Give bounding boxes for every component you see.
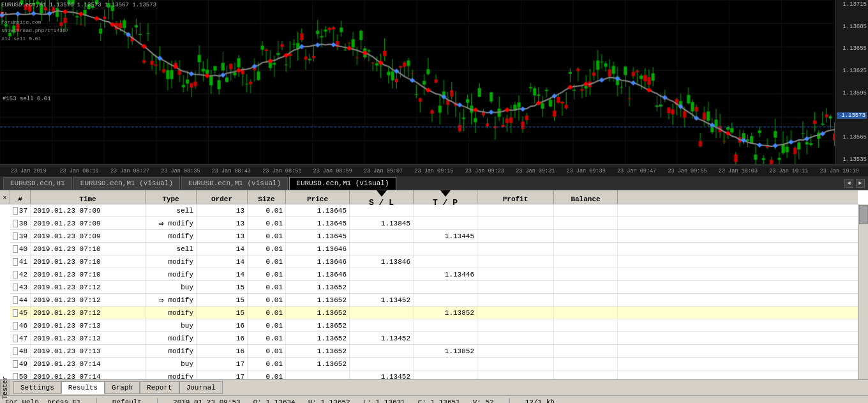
scrollbar-thumb[interactable] <box>859 205 868 224</box>
tab-0[interactable]: EURUSD.ecn,H1 <box>3 177 72 190</box>
cell-time: 2019.01.23 07:13 <box>31 332 146 344</box>
time-14: 23 Jan 10:03 <box>713 168 763 174</box>
table-row[interactable]: 48 2019.01.23 07:13 modify 16 0.01 1.136… <box>10 345 858 358</box>
help-text: For Help, press F1 <box>5 399 81 404</box>
low-text: L: 1.13631 <box>363 399 405 404</box>
cell-id: 37 <box>10 204 31 217</box>
cell-order: 17 <box>197 370 248 379</box>
table-row[interactable]: 38 2019.01.23 07:09 ⇒ modify 13 0.01 1.1… <box>10 217 858 230</box>
cell-time: 2019.01.23 07:10 <box>31 243 146 255</box>
tab-2[interactable]: EURUSD.ecn,M1 (visual) <box>181 177 288 190</box>
tab-graph[interactable]: Graph <box>105 381 140 394</box>
row-icon <box>13 232 18 240</box>
tab-report[interactable]: Report <box>140 381 179 394</box>
cell-tp <box>414 281 477 293</box>
cell-size: 0.01 <box>248 268 286 280</box>
tab-1[interactable]: EURUSD.ecn,M1 (visual) <box>73 177 180 190</box>
cell-size: 0.01 <box>248 281 286 293</box>
price-2: 1.13685 <box>837 24 867 30</box>
cell-id: 39 <box>10 230 31 242</box>
table-row[interactable]: 45 2019.01.23 07:12 modify 15 0.01 1.136… <box>10 307 858 319</box>
open-text: O: 1.13634 <box>253 399 296 404</box>
cell-price: 1.13652 <box>286 358 350 370</box>
tab-prev-button[interactable]: ◀ <box>844 179 853 188</box>
cell-id: 46 <box>10 319 31 331</box>
cell-profit <box>477 243 554 255</box>
table-scrollbar[interactable] <box>858 204 868 379</box>
table-row[interactable]: 41 2019.01.23 07:10 modify 14 0.01 1.136… <box>10 255 858 268</box>
table-row[interactable]: 46 2019.01.23 07:13 buy 16 0.01 1.13652 <box>10 319 858 332</box>
cell-sl: 1.13845 <box>350 217 414 229</box>
cell-tp <box>414 204 477 217</box>
table-body[interactable]: 37 2019.01.23 07:09 sell 13 0.01 1.13645… <box>10 204 858 379</box>
table-row[interactable]: 37 2019.01.23 07:09 sell 13 0.01 1.13645 <box>10 204 858 217</box>
time-1: 23 Jan 08:19 <box>54 168 104 174</box>
cell-id: 47 <box>10 332 31 344</box>
table-row[interactable]: 47 2019.01.23 07:13 modify 16 0.01 1.136… <box>10 332 858 345</box>
cell-profit <box>477 255 554 268</box>
cell-size: 0.01 <box>248 370 286 379</box>
cell-order: 14 <box>197 255 248 268</box>
cell-type: modify <box>146 230 197 242</box>
cell-tp <box>414 319 477 331</box>
cell-order: 16 <box>197 345 248 357</box>
table-row[interactable]: 42 2019.01.23 07:10 modify 14 0.01 1.136… <box>10 268 858 281</box>
cell-time: 2019.01.23 07:12 <box>31 281 146 293</box>
table-row[interactable]: 49 2019.01.23 07:14 buy 17 0.01 1.13652 <box>10 358 858 370</box>
cell-time: 2019.01.23 07:13 <box>31 319 146 331</box>
cell-profit <box>477 230 554 242</box>
cell-price: 1.13646 <box>286 243 350 255</box>
time-11: 23 Jan 09:39 <box>560 168 611 174</box>
cell-sl <box>350 358 414 370</box>
bars-text: 12/1 kb <box>525 399 555 404</box>
cell-price: 1.13645 <box>286 230 350 242</box>
cell-order: 14 <box>197 268 248 280</box>
price-7: 1.13535 <box>837 156 867 163</box>
cell-size: 0.01 <box>248 332 286 344</box>
table-row[interactable]: 44 2019.01.23 07:12 ⇒ modify 15 0.01 1.1… <box>10 294 858 307</box>
price-3: 1.13655 <box>837 45 867 52</box>
tp-arrow-icon <box>440 190 451 197</box>
cell-price: 1.13652 <box>286 319 350 331</box>
cell-time: 2019.01.23 07:14 <box>31 358 146 370</box>
chart-info: EURUSD.ecn,M1 1.13570 1.13573 1.13567 1.… <box>1 1 156 43</box>
cell-id: 49 <box>10 358 31 370</box>
tab-next-button[interactable]: ▶ <box>856 179 865 188</box>
row-icon <box>13 296 18 304</box>
cell-balance <box>554 307 618 319</box>
close-button[interactable]: ✕ <box>0 190 10 204</box>
cell-profit <box>477 294 554 306</box>
cell-price: 1.13646 <box>286 255 350 268</box>
cell-size: 0.01 <box>248 319 286 331</box>
sl-arrow-icon <box>377 190 387 197</box>
table-row[interactable]: 40 2019.01.23 07:10 sell 14 0.01 1.13646 <box>10 243 858 255</box>
cell-profit <box>477 281 554 293</box>
cell-type: ⇒ modify <box>146 294 197 306</box>
cell-tp: 1.13445 <box>414 230 477 242</box>
cell-size: 0.01 <box>248 204 286 217</box>
cell-profit <box>477 307 554 319</box>
sep-1 <box>96 398 97 404</box>
table-row[interactable]: 50 2019.01.23 07:14 modify 17 0.01 1.134… <box>10 370 858 379</box>
table-row[interactable]: 39 2019.01.23 07:09 modify 13 0.01 1.136… <box>10 230 858 243</box>
chart-title: EURUSD.ecn,M1 1.13570 1.13573 1.13567 1.… <box>1 1 156 10</box>
row-icon <box>13 245 18 253</box>
row-icon <box>13 271 18 278</box>
cell-sl <box>350 345 414 357</box>
cell-price: 1.13652 <box>286 332 350 344</box>
tab-journal[interactable]: Journal <box>179 381 223 394</box>
cell-profit <box>477 204 554 217</box>
row-icon <box>13 360 18 368</box>
table-row[interactable]: 43 2019.01.23 07:12 buy 15 0.01 1.13652 <box>10 281 858 294</box>
tab-3[interactable]: EURUSD.ecn,M1 (visual) <box>289 177 396 190</box>
row-icon <box>13 207 18 215</box>
tab-settings[interactable]: Settings <box>13 381 61 394</box>
cell-type: buy <box>146 281 197 293</box>
cell-time: 2019.01.23 07:13 <box>31 345 146 357</box>
cell-balance <box>554 268 618 280</box>
tab-results[interactable]: Results <box>61 381 105 394</box>
price-6: 1.13565 <box>837 134 867 141</box>
cell-id: 45 <box>10 307 31 319</box>
time-2: 23 Jan 08:27 <box>105 168 155 174</box>
time-16: 23 Jan 10:19 <box>814 168 865 174</box>
